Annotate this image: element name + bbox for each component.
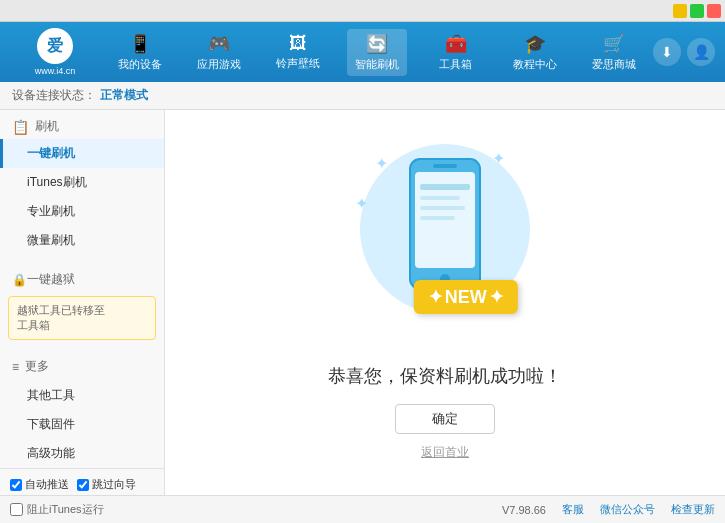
close-button[interactable] — [707, 4, 721, 18]
sidebar-item-advanced[interactable]: 高级功能 — [0, 439, 164, 468]
skip-wizard-checkbox[interactable]: 跳过向导 — [77, 477, 136, 492]
nav-smart-flash-icon: 🔄 — [366, 33, 388, 55]
warning-text: 越狱工具已转移至工具箱 — [17, 303, 105, 333]
svg-rect-5 — [420, 196, 460, 200]
sidebar-item-pro-flash[interactable]: 专业刷机 — [0, 197, 164, 226]
skip-wizard-label: 跳过向导 — [92, 477, 136, 492]
new-badge: ✦ NEW ✦ — [414, 280, 518, 314]
sidebar-item-other-tools[interactable]: 其他工具 — [0, 381, 164, 410]
nav-apps-games-icon: 🎮 — [208, 33, 230, 55]
auto-send-checkbox[interactable]: 自动推送 — [10, 477, 69, 492]
status-label: 设备连接状态： — [12, 87, 96, 104]
new-badge-star-right: ✦ — [489, 286, 504, 308]
customer-service-link[interactable]: 客服 — [562, 502, 584, 517]
back-link[interactable]: 返回首业 — [421, 444, 469, 461]
stop-itunes-checkbox[interactable] — [10, 503, 23, 516]
nav-toolbox[interactable]: 🧰 工具箱 — [426, 29, 486, 76]
sidebar-locked-section: 🔒 一键越狱 — [0, 263, 164, 292]
success-illustration: ✦ ✦ ✦ — [345, 144, 545, 344]
content-area: ✦ ✦ ✦ — [165, 110, 725, 495]
maximize-button[interactable] — [690, 4, 704, 18]
sparkle-2: ✦ — [492, 149, 505, 168]
itunes-flash-label: iTunes刷机 — [27, 175, 87, 189]
download-button[interactable]: ⬇ — [653, 38, 681, 66]
sidebar-item-download-firmware[interactable]: 下载固件 — [0, 410, 164, 439]
svg-rect-3 — [433, 164, 457, 168]
micro-flash-label: 微量刷机 — [27, 233, 75, 247]
user-button[interactable]: 👤 — [687, 38, 715, 66]
bars-icon: ≡ — [12, 360, 19, 374]
sparkle-1: ✦ — [375, 154, 388, 173]
success-message: 恭喜您，保资料刷机成功啦！ — [328, 364, 562, 388]
wechat-link[interactable]: 微信公众号 — [600, 502, 655, 517]
sidebar-section-flash: 📋 刷机 — [0, 110, 164, 139]
nav-my-device-icon: 📱 — [129, 33, 151, 55]
nav-tutorial-label: 教程中心 — [513, 57, 557, 72]
device-checkboxes: 自动推送 跳过向导 — [10, 477, 154, 492]
nav-wallpaper-icon: 🖼 — [289, 33, 307, 54]
nav-smart-flash[interactable]: 🔄 智能刷机 — [347, 29, 407, 76]
sidebar-bottom: 自动推送 跳过向导 📱 iPhone 12 mini 64GB Down-12m… — [0, 468, 164, 495]
sparkle-3: ✦ — [355, 194, 368, 213]
title-bar — [0, 0, 725, 22]
nav-smart-flash-label: 智能刷机 — [355, 57, 399, 72]
logo: 爱 www.i4.cn — [10, 28, 100, 76]
logo-icon: 爱 — [37, 28, 73, 64]
svg-rect-6 — [420, 206, 465, 210]
nav-tutorial[interactable]: 🎓 教程中心 — [505, 29, 565, 76]
nav-my-device[interactable]: 📱 我的设备 — [110, 29, 170, 76]
nav-apps-games[interactable]: 🎮 应用游戏 — [189, 29, 249, 76]
advanced-label: 高级功能 — [27, 446, 75, 460]
stop-itunes-label: 阻止iTunes运行 — [27, 502, 104, 517]
flash-section-icon: 📋 — [12, 119, 29, 135]
locked-label: 一键越狱 — [27, 271, 75, 288]
svg-rect-7 — [420, 216, 455, 220]
flash-section-label: 刷机 — [35, 118, 59, 135]
sidebar-item-one-click-flash[interactable]: 一键刷机 — [0, 139, 164, 168]
one-click-flash-label: 一键刷机 — [27, 146, 75, 160]
nav-shop[interactable]: 🛒 爱思商城 — [584, 29, 644, 76]
confirm-button[interactable]: 确定 — [395, 404, 495, 434]
nav-shop-label: 爱思商城 — [592, 57, 636, 72]
other-tools-label: 其他工具 — [27, 388, 75, 402]
sidebar-item-micro-flash[interactable]: 微量刷机 — [0, 226, 164, 255]
version-text: V7.98.66 — [502, 504, 546, 516]
check-update-link[interactable]: 检查更新 — [671, 502, 715, 517]
new-badge-text: NEW — [445, 287, 487, 308]
pro-flash-label: 专业刷机 — [27, 204, 75, 218]
nav-my-device-label: 我的设备 — [118, 57, 162, 72]
nav-toolbox-icon: 🧰 — [445, 33, 467, 55]
bottom-right: V7.98.66 客服 微信公众号 检查更新 — [502, 502, 715, 517]
auto-send-input[interactable] — [10, 479, 22, 491]
new-badge-star-left: ✦ — [428, 286, 443, 308]
nav-apps-games-label: 应用游戏 — [197, 57, 241, 72]
warning-box: 越狱工具已转移至工具箱 — [8, 296, 156, 340]
nav-wallpaper-label: 铃声壁纸 — [276, 56, 320, 71]
status-value: 正常模式 — [100, 87, 148, 104]
logo-subtext: www.i4.cn — [35, 66, 76, 76]
bottom-bar: 阻止iTunes运行 V7.98.66 客服 微信公众号 检查更新 — [0, 495, 725, 523]
nav-tutorial-icon: 🎓 — [524, 33, 546, 55]
auto-send-label: 自动推送 — [25, 477, 69, 492]
status-bar: 设备连接状态： 正常模式 — [0, 82, 725, 110]
lock-icon: 🔒 — [12, 273, 27, 287]
nav-toolbox-label: 工具箱 — [439, 57, 472, 72]
more-label: 更多 — [25, 358, 49, 375]
sidebar-more-section: ≡ 更多 — [0, 352, 164, 381]
svg-rect-4 — [420, 184, 470, 190]
nav-wallpaper[interactable]: 🖼 铃声壁纸 — [268, 29, 328, 75]
top-nav: 爱 www.i4.cn 📱 我的设备 🎮 应用游戏 🖼 铃声壁纸 🔄 智能刷机 … — [0, 22, 725, 82]
bottom-left: 阻止iTunes运行 — [10, 502, 104, 517]
nav-right: ⬇ 👤 — [653, 38, 715, 66]
download-firmware-label: 下载固件 — [27, 417, 75, 431]
nav-items: 📱 我的设备 🎮 应用游戏 🖼 铃声壁纸 🔄 智能刷机 🧰 工具箱 🎓 教程中心… — [100, 29, 653, 76]
skip-wizard-input[interactable] — [77, 479, 89, 491]
nav-shop-icon: 🛒 — [603, 33, 625, 55]
phone-illustration — [405, 154, 485, 297]
sidebar-item-itunes-flash[interactable]: iTunes刷机 — [0, 168, 164, 197]
minimize-button[interactable] — [673, 4, 687, 18]
sidebar: 📋 刷机 一键刷机 iTunes刷机 专业刷机 微量刷机 🔒 一键越狱 越狱工具… — [0, 110, 165, 495]
main-content: 📋 刷机 一键刷机 iTunes刷机 专业刷机 微量刷机 🔒 一键越狱 越狱工具… — [0, 110, 725, 495]
